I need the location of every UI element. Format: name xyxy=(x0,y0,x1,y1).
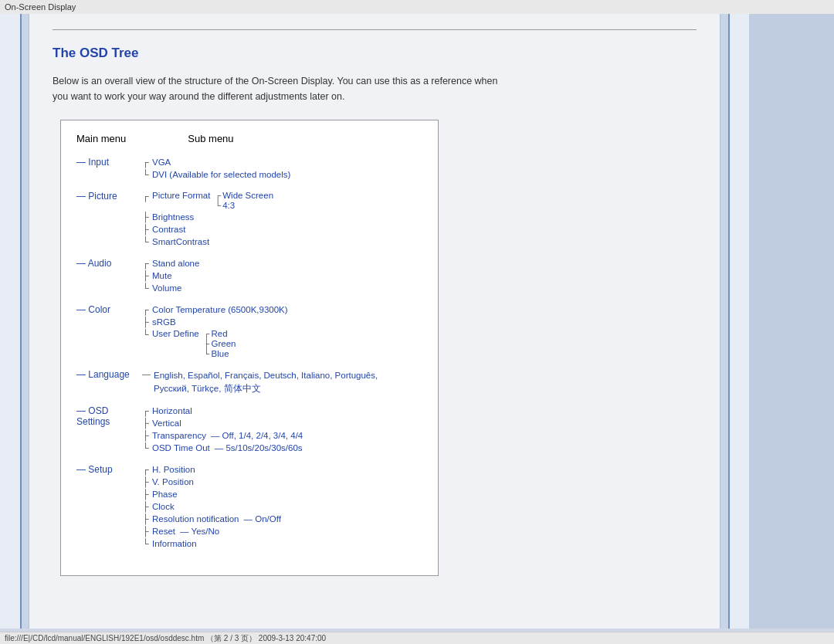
bracket-icon: ├ xyxy=(142,514,150,524)
title-bar-text: On-Screen Display xyxy=(5,2,76,12)
input-dvi: └ DVI (Available for selected models) xyxy=(142,169,290,180)
panel-right xyxy=(749,14,834,629)
picture-format-label: Picture Format xyxy=(152,191,210,200)
phase-item: ├ Phase xyxy=(142,489,281,500)
user-define-label: User Define xyxy=(152,329,199,338)
bracket-icon: ├ xyxy=(142,418,150,429)
brightness-item: ├ Brightness xyxy=(142,212,273,222)
volume-item: └ Volume xyxy=(142,283,199,293)
vertical-item: ├ Vertical xyxy=(142,418,303,429)
sidebar-left-inner xyxy=(0,14,22,629)
language-list: English, Español, Français, Deutsch, Ita… xyxy=(154,369,401,396)
status-text: file:///E|/CD/lcd/manual/ENGLISH/192E1/o… xyxy=(5,633,326,644)
setup-label: Setup xyxy=(76,464,142,551)
bracket-icon: ┌ xyxy=(142,157,150,168)
bracket-icon: └ xyxy=(215,201,221,210)
reset-item: ├ Reset — Yes/No xyxy=(142,526,281,537)
audio-sub: ┌ Stand alone ├ Mute └ Volume xyxy=(142,258,199,295)
information-item: └ Information xyxy=(142,538,281,549)
bracket-icon: └ xyxy=(142,538,150,549)
bracket-icon: ├ xyxy=(142,489,150,500)
sidebar-left xyxy=(0,14,29,629)
horizontal-item: ┌ Horizontal xyxy=(142,405,303,416)
dash-icon: — xyxy=(142,369,151,378)
bracket-icon: ├ xyxy=(142,476,150,487)
sidebar-right xyxy=(720,14,749,629)
tree-section-setup: Setup ┌ H. Position ├ V. Position xyxy=(76,464,422,551)
bracket-icon: ├ xyxy=(142,526,150,537)
bracket-icon: ┌ xyxy=(142,304,150,315)
user-define-row: └ User Define ┌ Red ├ Green xyxy=(142,329,288,358)
reset-options: — Yes/No xyxy=(180,527,219,536)
content-inner: The OSD Tree Below is an overall view of… xyxy=(29,14,720,629)
sub-menu-label: Sub menu xyxy=(188,133,233,144)
tree-section-input: Input ┌ VGA └ DVI (Available for selecte… xyxy=(76,157,422,181)
bracket-icon: ┌ xyxy=(142,405,150,416)
bracket-icon: ├ xyxy=(142,501,150,512)
main-menu-label: Main menu xyxy=(76,133,126,144)
page-title: The OSD Tree xyxy=(53,46,697,61)
color-label: Color xyxy=(76,304,142,360)
srgb-item: ├ sRGB xyxy=(142,317,288,327)
bracket-icon: ├ xyxy=(204,339,210,348)
osd-tree-box: Main menu Sub menu Input ┌ VGA xyxy=(60,120,439,576)
input-label: Input xyxy=(76,157,142,181)
intro-text: Below is an overall view of the structur… xyxy=(53,73,500,104)
bracket-icon: └ xyxy=(204,349,210,358)
bracket-icon: ┌ xyxy=(204,329,210,338)
tree-section-picture: Picture ┌ Picture Format ┌ Wide Screen xyxy=(76,191,422,249)
green-label: Green xyxy=(212,339,236,348)
osd-settings-sub: ┌ Horizontal ├ Vertical ├ Transparency —… xyxy=(142,405,303,455)
resolution-options: — On/Off xyxy=(244,514,281,524)
mute-item: ├ Mute xyxy=(142,270,199,281)
bracket-icon: ┌ xyxy=(142,258,150,269)
bracket-icon: └ xyxy=(142,442,150,453)
picture-sub: ┌ Picture Format ┌ Wide Screen └ xyxy=(142,191,273,249)
picture-format-sub: ┌ Wide Screen └ 4:3 xyxy=(215,191,273,210)
language-options: — English, Español, Français, Deutsch, I… xyxy=(142,369,401,396)
vposition-item: ├ V. Position xyxy=(142,476,281,487)
standalone-item: ┌ Stand alone xyxy=(142,258,199,269)
osd-tree: Input ┌ VGA └ DVI (Available for selecte… xyxy=(76,157,422,551)
bracket-icon: ├ xyxy=(142,270,150,281)
bracket-icon: ┌ xyxy=(142,191,150,202)
bracket-icon: └ xyxy=(142,283,150,293)
aspect-label: 4:3 xyxy=(222,201,235,210)
color-temp-item: ┌ Color Temperature (6500K,9300K) xyxy=(142,304,288,315)
status-bar: file:///E|/CD/lcd/manual/ENGLISH/192E1/o… xyxy=(0,632,834,644)
tree-section-color: Color ┌ Color Temperature (6500K,9300K) … xyxy=(76,304,422,360)
tree-section-osd: OSD Settings ┌ Horizontal ├ Vertical xyxy=(76,405,422,455)
osd-settings-label: OSD Settings xyxy=(76,405,142,455)
color-sub: ┌ Color Temperature (6500K,9300K) ├ sRGB… xyxy=(142,304,288,360)
content-area: The OSD Tree Below is an overall view of… xyxy=(29,14,720,629)
tree-section-audio: Audio ┌ Stand alone ├ Mute └ xyxy=(76,258,422,295)
language-label: Language xyxy=(76,369,142,396)
clock-item: ├ Clock xyxy=(142,501,281,512)
tree-section-language: Language — English, Español, Français, D… xyxy=(76,369,422,396)
resolution-notification-item: ├ Resolution notification — On/Off xyxy=(142,514,281,524)
main-layout: The OSD Tree Below is an overall view of… xyxy=(0,14,834,629)
osd-timeout-item: └ OSD Time Out — 5s/10s/20s/30s/60s xyxy=(142,442,303,453)
input-sub: ┌ VGA └ DVI (Available for selected mode… xyxy=(142,157,290,181)
bracket-icon: ├ xyxy=(142,212,150,222)
transparency-options: — Off, 1/4, 2/4, 3/4, 4/4 xyxy=(211,431,303,440)
picture-format-row: ┌ Picture Format ┌ Wide Screen └ xyxy=(142,191,273,210)
osd-tree-header: Main menu Sub menu xyxy=(76,133,422,144)
bracket-icon: └ xyxy=(142,169,150,180)
osd-timeout-options: — 5s/10s/20s/30s/60s xyxy=(215,443,303,452)
sidebar-right-inner xyxy=(728,14,750,629)
blue-label: Blue xyxy=(212,349,229,358)
setup-sub: ┌ H. Position ├ V. Position ├ Phase xyxy=(142,464,281,551)
contrast-item: ├ Contrast xyxy=(142,224,273,235)
user-define-sub: ┌ Red ├ Green └ Blue xyxy=(204,329,236,358)
transparency-item: ├ Transparency — Off, 1/4, 2/4, 3/4, 4/4 xyxy=(142,430,303,441)
hposition-item: ┌ H. Position xyxy=(142,464,281,475)
smartcontrast-item: └ SmartContrast xyxy=(142,236,273,247)
title-bar: On-Screen Display xyxy=(0,0,834,14)
bracket-icon: ├ xyxy=(142,224,150,235)
input-vga: ┌ VGA xyxy=(142,157,290,168)
bracket-icon: ┌ xyxy=(215,191,221,200)
red-label: Red xyxy=(212,329,228,338)
bracket-icon: ├ xyxy=(142,317,150,327)
audio-label: Audio xyxy=(76,258,142,295)
